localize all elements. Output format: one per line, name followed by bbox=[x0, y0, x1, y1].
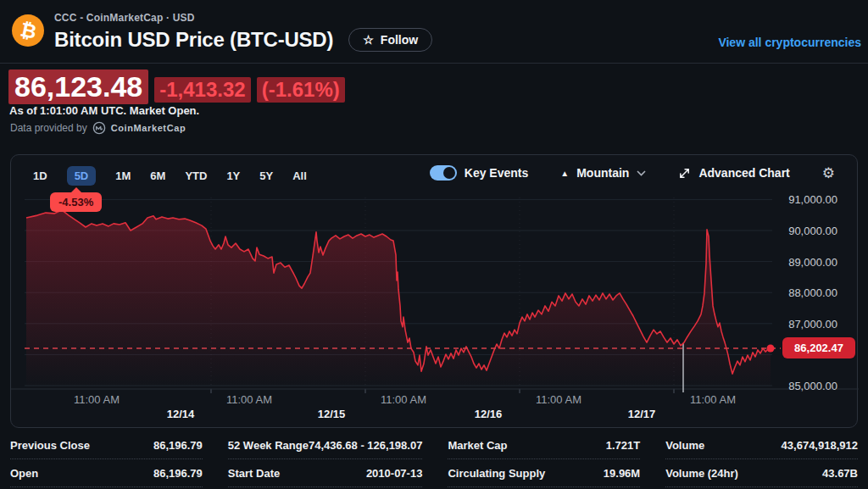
stat-value: 86,196.79 bbox=[153, 439, 203, 452]
gear-icon[interactable]: ⚙ bbox=[822, 164, 835, 181]
stat-label: Start Date bbox=[228, 467, 280, 480]
coinmarketcap-icon bbox=[92, 121, 106, 135]
range-tab-6m[interactable]: 6M bbox=[150, 166, 165, 186]
chart-type-dropdown[interactable]: ▲ Mountain bbox=[560, 166, 646, 180]
advanced-chart-label: Advanced Chart bbox=[698, 166, 789, 180]
x-axis-date-label: 12/17 bbox=[628, 408, 656, 420]
x-axis-time-label: 11:00 AM bbox=[226, 393, 272, 406]
price-row: 86,123.48 -1,413.32 (-1.61%) bbox=[8, 69, 345, 104]
x-axis-time-label: 11:00 AM bbox=[74, 393, 120, 406]
expand-icon bbox=[678, 167, 691, 180]
y-axis-label: 87,000.00 bbox=[766, 318, 837, 331]
range-tab-all[interactable]: All bbox=[292, 166, 307, 186]
y-axis-label: 91,000.00 bbox=[766, 193, 837, 206]
chart-card: 1D5D1M6MYTD1Y5YAll Key Events ▲ Mountain… bbox=[10, 154, 858, 428]
x-axis-time-label: 11:00 AM bbox=[690, 393, 736, 406]
view-all-cryptocurrencies-link[interactable]: View all cryptocurrencies bbox=[718, 36, 861, 49]
current-price: 86,123.48 bbox=[8, 69, 148, 104]
x-axis-time-label: 11:00 AM bbox=[381, 393, 426, 406]
stat-52-week-range: 52 Week Range 74,436.68 - 126,198.07 bbox=[228, 431, 423, 459]
stat-value: 19.96M bbox=[604, 467, 640, 480]
stat-open: Open 86,196.79 bbox=[10, 459, 203, 487]
stat-market-cap: Market Cap 1.721T bbox=[448, 431, 640, 459]
price-change: -1,413.32 bbox=[154, 77, 250, 103]
stat-label: Volume (24hr) bbox=[665, 467, 738, 480]
y-axis-label: 90,000.00 bbox=[766, 225, 837, 237]
mountain-icon: ▲ bbox=[560, 169, 569, 178]
range-tab-5d[interactable]: 5D bbox=[67, 166, 97, 186]
key-events-label: Key Events bbox=[465, 166, 528, 180]
y-axis-label: 89,000.00 bbox=[766, 256, 837, 269]
stat-value: 2010-07-13 bbox=[366, 467, 423, 480]
stat-volume: Volume 43,674,918,912 bbox=[665, 431, 858, 459]
range-tabs: 1D5D1M6MYTD1Y5YAll bbox=[33, 166, 307, 186]
quote-eyebrow: CCC - CoinMarketCap · USD bbox=[54, 12, 195, 24]
stat-value: 74,436.68 - 126,198.07 bbox=[309, 439, 422, 452]
stat-volume-24hr: Volume (24hr) 43.67B bbox=[665, 459, 858, 487]
follow-button-label: Follow bbox=[381, 33, 418, 47]
bitcoin-logo-icon: ₿ bbox=[12, 14, 44, 47]
stat-label: Volume bbox=[665, 439, 704, 452]
data-provider-name: CoinMarketCap bbox=[111, 123, 186, 133]
current-price-axis-badge: 86,202.47 bbox=[782, 337, 855, 358]
toggle-knob bbox=[443, 167, 455, 179]
key-events-control: Key Events bbox=[430, 165, 528, 181]
stat-label: Circulating Supply bbox=[448, 467, 545, 480]
x-axis-date-label: 12/15 bbox=[318, 408, 346, 420]
follow-button[interactable]: ☆ Follow bbox=[348, 28, 432, 52]
range-tab-1m[interactable]: 1M bbox=[115, 166, 131, 186]
stat-label: 52 Week Range bbox=[228, 439, 309, 452]
header-divider bbox=[0, 63, 868, 64]
stat-value: 1.721T bbox=[606, 439, 640, 452]
range-tab-5y[interactable]: 5Y bbox=[259, 166, 273, 186]
price-change-percent: (-1.61%) bbox=[257, 77, 345, 103]
x-axis-date-label: 12/14 bbox=[167, 408, 195, 420]
stat-label: Open bbox=[10, 467, 38, 480]
page-title: Bitcoin USD Price (BTC-USD) bbox=[54, 28, 333, 52]
title-row: Bitcoin USD Price (BTC-USD) ☆ Follow bbox=[54, 28, 432, 52]
data-provider-prefix: Data provided by bbox=[10, 122, 87, 134]
range-tab-1y[interactable]: 1Y bbox=[226, 166, 240, 186]
chevron-down-icon bbox=[637, 170, 646, 176]
y-axis-label: 85,000.00 bbox=[766, 380, 837, 392]
key-statistics: Previous Close 86,196.79 52 Week Range 7… bbox=[0, 428, 868, 487]
stat-label: Previous Close bbox=[10, 439, 90, 452]
range-tab-1d[interactable]: 1D bbox=[33, 166, 47, 186]
stat-start-date: Start Date 2010-07-13 bbox=[228, 459, 423, 487]
stat-previous-close: Previous Close 86,196.79 bbox=[10, 431, 203, 459]
stat-value: 43,674,918,912 bbox=[782, 439, 858, 452]
price-chart[interactable] bbox=[11, 155, 859, 429]
stat-circulating-supply: Circulating Supply 19.96M bbox=[448, 459, 640, 487]
data-provider: Data provided by CoinMarketCap bbox=[10, 121, 186, 135]
y-axis-label: 88,000.00 bbox=[766, 286, 837, 299]
chart-controls: Key Events ▲ Mountain Advanced Chart ⚙ bbox=[430, 164, 835, 181]
chart-type-label: Mountain bbox=[576, 166, 629, 180]
crypto-quote-page: ₿ CCC - CoinMarketCap · USD Bitcoin USD … bbox=[0, 0, 868, 489]
key-events-toggle[interactable] bbox=[430, 165, 457, 181]
stat-value: 43.67B bbox=[822, 467, 858, 480]
star-icon: ☆ bbox=[363, 33, 374, 47]
range-change-badge: -4.53% bbox=[50, 192, 102, 212]
x-axis-date-label: 12/16 bbox=[475, 408, 503, 420]
x-axis-time-label: 11:00 AM bbox=[536, 393, 581, 406]
as-of-text: As of 1:01:00 AM UTC. Market Open. bbox=[9, 104, 199, 117]
range-tab-ytd[interactable]: YTD bbox=[185, 166, 207, 186]
stat-label: Market Cap bbox=[448, 439, 507, 452]
advanced-chart-button[interactable]: Advanced Chart bbox=[678, 166, 789, 180]
stat-value: 86,196.79 bbox=[153, 467, 203, 480]
